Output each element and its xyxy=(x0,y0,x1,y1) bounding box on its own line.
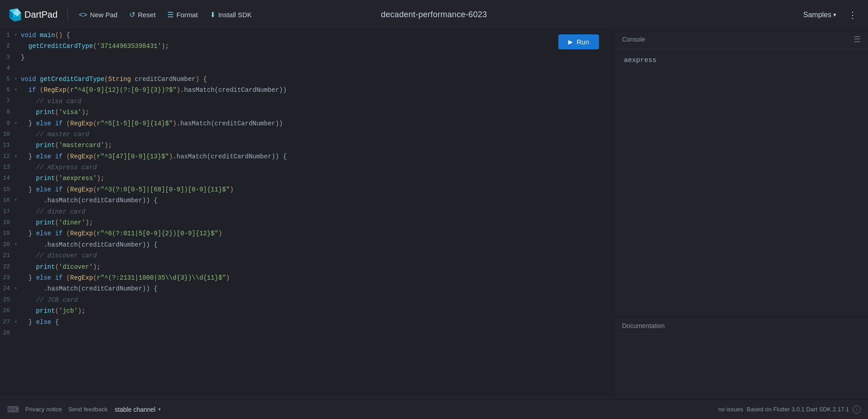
code-content: } else if (RegExp(r"^3[47][0-9]{13}$").h… xyxy=(21,152,614,162)
console-menu-icon[interactable]: ☰ xyxy=(854,34,861,44)
fold-arrow xyxy=(14,218,21,219)
code-content: // JCB card xyxy=(21,295,614,305)
code-line: 18 print('diner'); xyxy=(0,217,614,228)
code-line: 11 print('mastercard'); xyxy=(0,140,614,151)
channel-button[interactable]: stable channel xyxy=(115,406,156,413)
code-content: } else if (RegExp(r"^(?:2131|1800|35\\d{… xyxy=(21,273,614,283)
code-content: print('mastercard'); xyxy=(21,140,614,150)
line-number: 4 xyxy=(0,63,14,73)
code-line: 13 // AExpress card xyxy=(0,162,614,173)
code-content: } else { xyxy=(21,317,614,327)
code-content: if (RegExp(r"^4[0-9]{12}(?:[0-9]{3})?$")… xyxy=(21,85,614,95)
new-pad-button[interactable]: <> New Pad xyxy=(74,8,122,22)
fold-arrow[interactable]: ▾ xyxy=(14,195,21,204)
line-number: 18 xyxy=(0,218,14,228)
line-number: 27 xyxy=(0,317,14,327)
line-number: 24 xyxy=(0,284,14,294)
code-content: void getCreditCardType(String creditCard… xyxy=(21,74,614,84)
right-panel: Console ☰ aexpress Documentation xyxy=(615,30,868,399)
code-line: 15 } else if (RegExp(r"^3(?:0[0-5]|[68][… xyxy=(0,184,614,195)
fold-arrow xyxy=(14,173,21,175)
brand-name: DartPad xyxy=(24,10,57,20)
bottom-right: no issues Based on Flutter 3.0.1 Dart SD… xyxy=(718,405,861,414)
line-number: 25 xyxy=(0,295,14,305)
code-line: 2 getCreditCardType('371449635398431'); xyxy=(0,41,614,52)
code-content: } xyxy=(21,52,614,62)
code-content: print('dicover'); xyxy=(21,262,614,272)
line-number: 28 xyxy=(0,328,14,338)
fold-arrow[interactable]: ▾ xyxy=(14,30,21,39)
line-number: 26 xyxy=(0,306,14,316)
privacy-notice-button[interactable]: Privacy notice xyxy=(25,406,62,413)
code-line: 27 ▾ } else { xyxy=(0,317,614,328)
run-button[interactable]: ▶ Run xyxy=(558,34,599,49)
code-line: 20 ▾ .hasMatch(creditCardNumber)) { xyxy=(0,239,614,250)
line-number: 23 xyxy=(0,273,14,283)
format-icon: ☰ xyxy=(167,10,174,19)
horizontal-scrollbar[interactable] xyxy=(0,395,614,399)
main-area: ▶ Run 1 ▾ void main() { 2 getCreditCardT… xyxy=(0,30,868,399)
no-issues-text: no issues xyxy=(718,406,743,413)
code-line: 25 // JCB card xyxy=(0,295,614,305)
code-line: 12 ▾ } else if (RegExp(r"^3[47][0-9]{13}… xyxy=(0,151,614,162)
code-line: 19 } else if (RegExp(r"^6(?:011|5[0-9]{2… xyxy=(0,228,614,239)
code-line: 28 xyxy=(0,328,614,338)
info-icon[interactable]: i xyxy=(853,405,861,414)
fold-arrow xyxy=(14,262,21,263)
samples-chevron-icon: ▾ xyxy=(833,11,836,18)
reset-button[interactable]: ↺ Reset xyxy=(125,8,160,22)
code-line: 5 ▾ void getCreditCardType(String credit… xyxy=(0,74,614,85)
code-content: .hasMatch(creditCardNumber)) { xyxy=(21,240,614,250)
channel-chevron-icon[interactable]: ▾ xyxy=(158,406,161,412)
samples-button[interactable]: Samples ▾ xyxy=(799,8,841,22)
code-line: 24 ▾ .hasMatch(creditCardNumber)) { xyxy=(0,283,614,294)
keyboard-icon[interactable]: ⌨ xyxy=(7,405,19,414)
line-number: 16 xyxy=(0,195,14,205)
fold-arrow[interactable]: ▾ xyxy=(14,284,21,292)
nav-divider xyxy=(67,9,68,21)
fold-arrow xyxy=(14,328,21,329)
fold-arrow[interactable]: ▾ xyxy=(14,119,21,127)
project-name: decadent-performance-6023 xyxy=(381,10,487,19)
fold-arrow[interactable]: ▾ xyxy=(14,240,21,248)
code-line: 10 // master card xyxy=(0,129,614,140)
console-pane-header: Console ☰ xyxy=(615,30,868,49)
code-content: } else if (RegExp(r"^6(?:011|5[0-9]{2})[… xyxy=(21,229,614,238)
code-editor[interactable]: 1 ▾ void main() { 2 getCreditCardType('3… xyxy=(0,30,614,395)
format-button[interactable]: ☰ Format xyxy=(163,8,203,22)
line-number: 12 xyxy=(0,152,14,162)
doc-pane-header: Documentation xyxy=(615,318,868,334)
line-number: 8 xyxy=(0,107,14,117)
code-line: 9 ▾ } else if (RegExp(r"^5[1-5][0-9]{14}… xyxy=(0,118,614,129)
fold-arrow[interactable]: ▾ xyxy=(14,317,21,326)
editor-header: ▶ Run xyxy=(552,30,605,54)
bottombar: ⌨ Privacy notice Send feedback stable ch… xyxy=(0,399,868,419)
fold-arrow xyxy=(14,306,21,307)
fold-arrow[interactable]: ▾ xyxy=(14,85,21,94)
fold-arrow[interactable]: ▾ xyxy=(14,152,21,160)
more-menu-button[interactable]: ⋮ xyxy=(844,7,861,23)
code-content: print('aexpress'); xyxy=(21,173,614,183)
code-content: } else if (RegExp(r"^5[1-5][0-9]{14}$").… xyxy=(21,119,614,129)
line-number: 5 xyxy=(0,74,14,84)
code-line: 14 print('aexpress'); xyxy=(0,173,614,184)
fold-arrow xyxy=(14,162,21,164)
topbar-left: DartPad <> New Pad ↺ Reset ☰ Format ⬇ In… xyxy=(7,8,256,22)
fold-arrow[interactable]: ▾ xyxy=(14,74,21,83)
line-number: 11 xyxy=(0,140,14,150)
code-content: } else if (RegExp(r"^3(?:0[0-5]|[68][0-9… xyxy=(21,185,614,195)
console-pane: Console ☰ aexpress xyxy=(615,30,868,318)
more-icon: ⋮ xyxy=(848,10,857,20)
new-pad-icon: <> xyxy=(79,11,87,19)
code-line: 26 print('jcb'); xyxy=(0,305,614,316)
send-feedback-button[interactable]: Send feedback xyxy=(68,406,108,413)
code-line: 21 // discover card xyxy=(0,250,614,261)
fold-arrow xyxy=(14,229,21,230)
bottom-center: stable channel ▾ xyxy=(115,406,161,413)
code-content: print('jcb'); xyxy=(21,306,614,316)
install-sdk-button[interactable]: ⬇ Install SDK xyxy=(205,8,256,22)
line-number: 9 xyxy=(0,119,14,129)
install-sdk-label: Install SDK xyxy=(218,11,252,19)
reset-icon: ↺ xyxy=(129,10,135,19)
code-content: getCreditCardType('371449635398431'); xyxy=(21,41,614,51)
